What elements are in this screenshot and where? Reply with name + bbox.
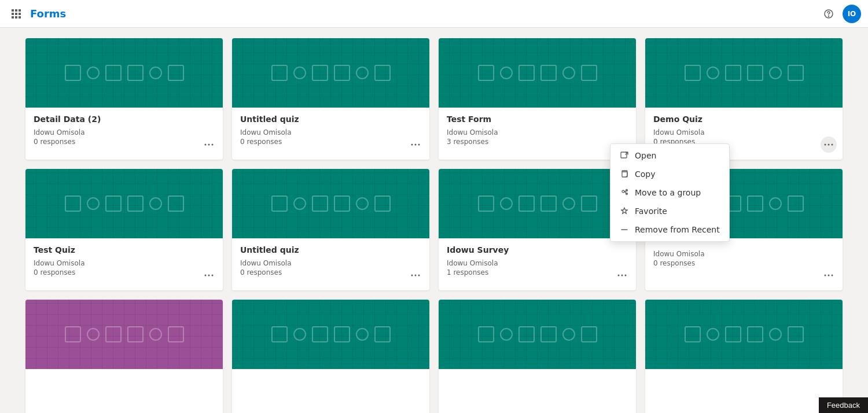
card-body [232,369,429,413]
main-content: Detail Data (2) Idowu Omisola 0 response… [0,28,868,413]
form-card[interactable] [232,300,429,413]
menu-item-label: Open [635,151,656,160]
svg-point-30 [621,275,623,276]
card-title: Untitled quiz [240,245,421,255]
svg-point-15 [415,144,417,146]
card-title: Demo Quiz [653,115,834,124]
svg-point-29 [618,275,620,276]
card-body: Test Form Idowu Omisola 3 responses [439,108,636,160]
card-author: Idowu Omisola [34,128,215,137]
menu-item-label: Favorite [635,207,667,216]
app-header: Forms IO [0,0,868,28]
card-body [439,369,636,413]
card-more-button[interactable] [201,137,217,153]
card-responses: 0 responses [240,268,421,276]
menu-item-label: Copy [635,169,656,179]
menu-item-open[interactable]: Open [610,146,729,165]
card-author: Idowu Omisola [653,250,834,258]
card-more-button[interactable] [821,267,837,283]
card-title: Untitled quiz [240,115,421,124]
menu-item-favorite[interactable]: Favorite [610,202,729,220]
card-responses: 1 responses [447,268,628,276]
thumbnail-decoration [645,38,843,108]
star-icon [620,207,629,216]
card-body [645,369,843,413]
menu-item-label: Remove from Recent [635,225,720,234]
thumbnail-decoration [25,300,223,369]
svg-point-16 [418,144,420,146]
forms-grid: Detail Data (2) Idowu Omisola 0 response… [0,28,868,413]
form-card[interactable]: Detail Data (2) Idowu Omisola 0 response… [25,38,223,160]
svg-point-25 [212,275,214,276]
card-body: Idowu Omisola 0 responses [645,238,843,290]
thumbnail-decoration [645,300,843,369]
card-author: Idowu Omisola [447,259,628,267]
card-responses: 3 responses [447,138,628,146]
feedback-button[interactable]: Feedback [819,397,868,413]
remove-icon [620,225,629,234]
card-author: Idowu Omisola [34,259,215,267]
card-body: Idowu Survey Idowu Omisola 1 responses [439,238,636,290]
svg-point-11 [205,144,207,146]
svg-rect-1 [15,9,17,12]
svg-point-23 [205,275,207,276]
card-title: Detail Data (2) [34,115,215,124]
card-title: Test Quiz [34,245,215,255]
svg-point-33 [828,275,830,276]
form-card[interactable] [25,300,223,413]
card-more-button[interactable] [407,267,424,283]
card-thumbnail [645,38,843,108]
card-responses: 0 responses [34,268,215,276]
thumbnail-decoration [25,169,223,238]
thumbnail-decoration [232,169,429,238]
copy-icon [620,169,629,179]
card-thumbnail [232,38,429,108]
card-thumbnail [645,300,843,369]
menu-item-remove-recent[interactable]: Remove from Recent [610,220,729,239]
svg-point-13 [212,144,214,146]
svg-point-21 [828,144,830,146]
form-card[interactable]: Idowu Survey Idowu Omisola 1 responses [439,169,636,290]
svg-point-26 [411,275,413,276]
card-responses: 0 responses [240,138,421,146]
card-thumbnail [232,300,429,369]
card-more-button[interactable] [407,137,424,153]
card-body: Test Quiz Idowu Omisola 0 responses [25,238,223,290]
card-more-button[interactable] [821,137,837,153]
svg-point-14 [411,144,413,146]
card-thumbnail [25,300,223,369]
card-more-button[interactable] [201,267,217,283]
form-card[interactable]: Test Quiz Idowu Omisola 0 responses [25,169,223,290]
menu-item-move-to-group[interactable]: Move to a group [610,183,729,202]
card-responses: 0 responses [34,138,215,146]
svg-point-27 [415,275,417,276]
form-card[interactable]: Untitled quiz Idowu Omisola 0 responses [232,38,429,160]
card-more-button[interactable] [614,267,630,283]
svg-point-10 [829,16,829,16]
form-card[interactable] [645,300,843,413]
form-card[interactable]: Demo Quiz Idowu Omisola 0 responses [645,38,843,160]
thumbnail-decoration [439,38,636,108]
svg-rect-6 [12,16,14,19]
thumbnail-decoration [232,38,429,108]
card-author: Idowu Omisola [447,128,628,137]
form-card[interactable]: Test Form Idowu Omisola 3 responses [439,38,636,160]
app-launcher-icon[interactable] [7,5,25,23]
card-thumbnail [25,169,223,238]
context-menu: Open Copy Move to a group Favorite Remov… [610,143,730,242]
form-card[interactable]: Untitled quiz Idowu Omisola 0 responses [232,169,429,290]
card-author: Idowu Omisola [240,128,421,137]
card-title: Test Form [447,115,628,124]
svg-point-28 [418,275,420,276]
menu-item-copy[interactable]: Copy [610,165,729,183]
card-body: Detail Data (2) Idowu Omisola 0 response… [25,108,223,160]
help-button[interactable] [819,5,838,23]
card-thumbnail [232,169,429,238]
form-card[interactable] [439,300,636,413]
app-title: Forms [30,8,66,20]
thumbnail-decoration [439,300,636,369]
user-avatar[interactable]: IO [843,5,861,23]
svg-point-32 [825,275,826,276]
thumbnail-decoration [232,300,429,369]
card-thumbnail [439,38,636,108]
